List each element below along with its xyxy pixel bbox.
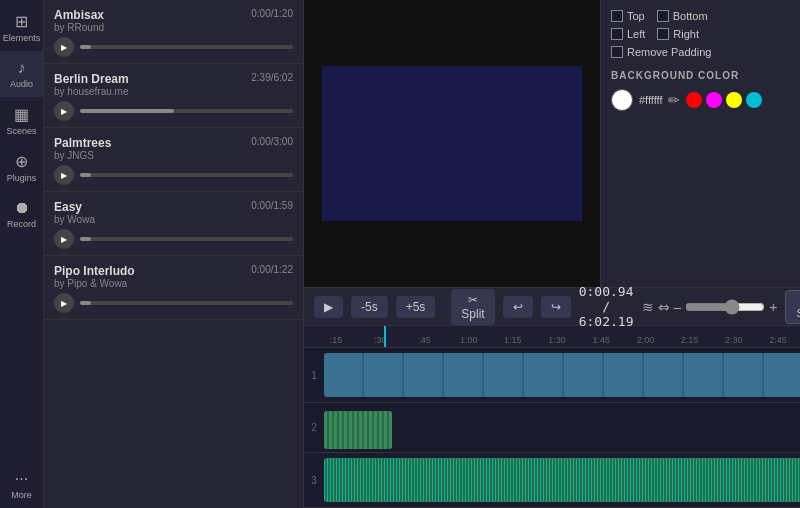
swatch-magenta[interactable] xyxy=(706,92,722,108)
audio-small-bar[interactable] xyxy=(324,411,392,449)
bottom-label: Bottom xyxy=(673,10,708,22)
swatch-yellow[interactable] xyxy=(726,92,742,108)
audio-waveform-small xyxy=(324,411,392,449)
audio-progress-4 xyxy=(80,301,293,305)
track-number-2: 2 xyxy=(304,422,324,433)
audio-track-3: Easy 0:00/1:59 by Wowa ▶ xyxy=(44,192,303,256)
video-track-bar[interactable] xyxy=(324,353,800,397)
track-row-1: 1 xyxy=(304,348,800,403)
play-pause-button[interactable]: ▶ xyxy=(314,296,343,318)
audio-progress-1 xyxy=(80,109,293,113)
sidebar-item-record[interactable]: ⏺ Record xyxy=(0,191,43,237)
zoom-slider[interactable] xyxy=(685,299,765,315)
play-button-1[interactable]: ▶ xyxy=(54,101,74,121)
remove-padding-checkbox[interactable]: Remove Padding xyxy=(611,46,711,58)
play-button-2[interactable]: ▶ xyxy=(54,165,74,185)
track-duration: 2:39/6:02 xyxy=(251,72,293,86)
track-title: Ambisax xyxy=(54,8,104,22)
track-artist: by Wowa xyxy=(54,214,293,225)
track-artist: by housefrau.me xyxy=(54,86,293,97)
audio-icon: ♪ xyxy=(18,59,26,77)
track-duration: 0:00/1:20 xyxy=(251,8,293,22)
zoom-in-icon[interactable]: + xyxy=(769,299,777,315)
top-bottom-row: Top Bottom xyxy=(611,10,790,22)
audio-levels-icon: ≋ xyxy=(642,299,654,315)
sidebar-item-label: Scenes xyxy=(6,126,36,136)
sidebar-item-more[interactable]: ··· More xyxy=(0,462,43,508)
play-button-4[interactable]: ▶ xyxy=(54,293,74,313)
sidebar-item-label: More xyxy=(11,490,32,500)
plus5-button[interactable]: +5s xyxy=(396,296,436,318)
ruler-mark: 2:00 xyxy=(623,335,667,345)
video-thumbnails xyxy=(324,353,800,397)
timeline-area: ▶ -5s +5s ✂ Split ↩ ↪ 0:00.94 / 6:02.19 … xyxy=(304,287,800,508)
audio-track-1: Berlin Dream 2:39/6:02 by housefrau.me ▶ xyxy=(44,64,303,128)
track-title: Pipo Interludo xyxy=(54,264,135,278)
top-checkbox-box[interactable] xyxy=(611,10,623,22)
right-checkbox[interactable]: Right xyxy=(657,28,699,40)
swatch-red[interactable] xyxy=(686,92,702,108)
timeline-tracks: 1 2 xyxy=(304,348,800,508)
ruler-mark: 1:15 xyxy=(491,335,535,345)
bottom-checkbox-box[interactable] xyxy=(657,10,669,22)
minus5-button[interactable]: -5s xyxy=(351,296,388,318)
right-checkbox-box[interactable] xyxy=(657,28,669,40)
play-button-0[interactable]: ▶ xyxy=(54,37,74,57)
left-checkbox[interactable]: Left xyxy=(611,28,645,40)
track-title: Berlin Dream xyxy=(54,72,129,86)
sidebar-item-label: Record xyxy=(7,219,36,229)
zoom-swap-icon: ⇔ xyxy=(658,299,670,315)
redo-button[interactable]: ↪ xyxy=(541,296,571,318)
right-label: Right xyxy=(673,28,699,40)
sidebar-item-audio[interactable]: ♪ Audio xyxy=(0,51,43,97)
sidebar-item-scenes[interactable]: ▦ Scenes xyxy=(0,97,43,144)
remove-padding-box[interactable] xyxy=(611,46,623,58)
sidebar-item-label: Audio xyxy=(10,79,33,89)
left-checkbox-box[interactable] xyxy=(611,28,623,40)
audio-track-0: Ambisax 0:00/1:20 by RRound ▶ xyxy=(44,0,303,64)
play-button-3[interactable]: ▶ xyxy=(54,229,74,249)
ruler-mark: 2:45 xyxy=(756,335,800,345)
audio-panel: Ambisax 0:00/1:20 by RRound ▶ Berlin Dre… xyxy=(44,0,304,508)
settings-panel: Top Bottom Left xyxy=(600,0,800,287)
swatch-cyan[interactable] xyxy=(746,92,762,108)
zoom-out-icon[interactable]: – xyxy=(674,299,682,315)
left-right-row: Left Right xyxy=(611,28,790,40)
audio-track-2: Palmtrees 0:00/3:00 by JNGS ▶ xyxy=(44,128,303,192)
time-separator: / xyxy=(602,299,610,314)
track-artist: by Pipo & Wowa xyxy=(54,278,293,289)
color-hex-value: #ffffff xyxy=(639,94,662,106)
ruler-mark: 1:30 xyxy=(535,335,579,345)
track-duration: 0:00/1:22 xyxy=(251,264,293,278)
elements-icon: ⊞ xyxy=(15,12,28,31)
bottom-checkbox[interactable]: Bottom xyxy=(657,10,708,22)
fit-to-screen-button[interactable]: Fit to Screen xyxy=(785,290,800,324)
ruler-mark: 1:00 xyxy=(447,335,491,345)
right-area: Top Bottom Left xyxy=(304,0,800,508)
ruler-mark: 1:45 xyxy=(579,335,623,345)
preview-area xyxy=(304,0,600,287)
time-display: 0:00.94 / 6:02.19 xyxy=(579,284,634,329)
track-content-3 xyxy=(324,453,800,507)
more-icon: ··· xyxy=(15,470,28,488)
track-duration: 0:00/3:00 xyxy=(251,136,293,150)
top-checkbox[interactable]: Top xyxy=(611,10,645,22)
track-number-3: 3 xyxy=(304,475,324,486)
ruler-mark: :45 xyxy=(402,335,446,345)
undo-button[interactable]: ↩ xyxy=(503,296,533,318)
color-swatches xyxy=(686,92,762,108)
track-row-3: 3 xyxy=(304,453,800,508)
ruler-markers: :15 :30 :45 1:00 1:15 1:30 1:45 2:00 2:1… xyxy=(304,335,800,345)
sidebar-item-plugins[interactable]: ⊕ Plugins xyxy=(0,144,43,191)
timeline-playhead[interactable] xyxy=(384,326,386,347)
audio-progress-2 xyxy=(80,173,293,177)
track-artist: by JNGS xyxy=(54,150,293,161)
track-content-1 xyxy=(324,348,800,402)
waveform-bar[interactable] xyxy=(324,458,800,502)
ruler-mark: 2:30 xyxy=(712,335,756,345)
sidebar-item-elements[interactable]: ⊞ Elements xyxy=(0,4,43,51)
left-label: Left xyxy=(627,28,645,40)
color-swatch-white[interactable] xyxy=(611,89,633,111)
split-button[interactable]: ✂ Split xyxy=(451,289,494,325)
color-picker-icon[interactable]: ✏ xyxy=(668,92,680,108)
